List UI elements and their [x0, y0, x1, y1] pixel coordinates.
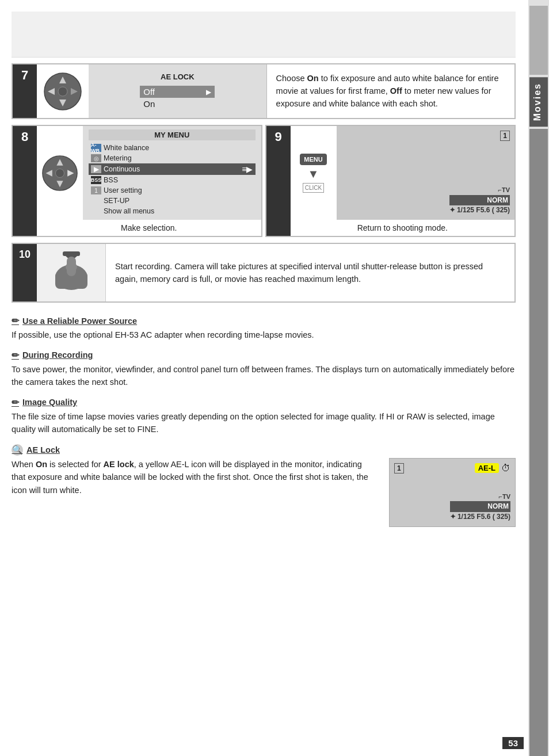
- ae-lock-screen: 1 AE-L ⏱ ⌐TV NORM ✦ 1/125 F5.6 ( 325): [389, 458, 516, 527]
- step-8-content: MY MENU A-WB White balance ◎ Metering ▶ …: [37, 126, 261, 220]
- menu-user-setting: 1 User setting: [89, 185, 256, 196]
- screen-top: 1: [341, 131, 510, 141]
- side-tab: Movies: [528, 0, 549, 756]
- page-number: 53: [502, 737, 524, 749]
- down-arrow-icon: ▼: [308, 167, 319, 181]
- screen-bottom: ⌐TV NORM ✦ 1/125 F5.6 ( 325): [341, 186, 510, 215]
- menu-continuous: ▶ Continuous ≡▶: [89, 163, 256, 175]
- menu-metering: ◎ Metering: [89, 153, 256, 163]
- step-8-nav-icon: [41, 154, 78, 193]
- side-tab-label: Movies: [529, 77, 548, 127]
- step-10-description: Start recording. Camera will take pictur…: [106, 244, 514, 301]
- show-all-icon: [91, 207, 101, 215]
- bss-icon: BSS: [91, 176, 101, 184]
- note-power: ✏ Use a Reliable Power Source If possibl…: [12, 315, 516, 341]
- step-10-section: 10 Start recording. Camera will take pic…: [12, 243, 516, 303]
- menu-bss: BSS BSS: [89, 175, 256, 185]
- step-7-nav: [37, 64, 89, 118]
- note-power-text: If possible, use the optional EH-53 AC a…: [12, 329, 516, 341]
- note-recording-heading: ✏ During Recording: [12, 350, 516, 361]
- ae-screen-info: ⌐TV NORM ✦ 1/125 F5.6 ( 325): [450, 492, 510, 522]
- menu-arrow-icon: ▶: [206, 88, 211, 96]
- side-tab-top: [529, 6, 548, 75]
- side-tab-bottom: [529, 129, 548, 756]
- svg-point-11: [55, 169, 64, 177]
- step-89-row: 8 MY MENU: [12, 125, 516, 237]
- note-aelock: 🔍 AE Lock When On is selected for AE loc…: [12, 444, 516, 527]
- ae-screen-bottom: ⌐TV NORM ✦ 1/125 F5.6 ( 325): [394, 492, 510, 522]
- menu-white-balance: A-WB White balance: [89, 143, 256, 153]
- step-7-section: 7 AE LOCK: [12, 63, 516, 119]
- ae-badge-group: AE-L ⏱: [475, 463, 510, 474]
- notes-section: ✏ Use a Reliable Power Source If possibl…: [12, 312, 516, 538]
- step-10-image: [37, 244, 106, 301]
- note-quality: ✏ Image Quality The file size of time la…: [12, 397, 516, 436]
- top-bar: [12, 12, 516, 58]
- setup-icon: [91, 197, 101, 205]
- svg-rect-12: [63, 251, 80, 256]
- note-recording: ✏ During Recording To save power, the mo…: [12, 350, 516, 389]
- note-power-icon: ✏: [12, 315, 19, 326]
- menu-button: MENU: [300, 154, 326, 165]
- step-8-menu: MY MENU A-WB White balance ◎ Metering ▶ …: [83, 126, 261, 220]
- step-8-nav: [37, 126, 83, 220]
- note-quality-text: The file size of time lapse movies varie…: [12, 410, 516, 436]
- my-menu-title: MY MENU: [89, 129, 256, 140]
- step-8-number: 8: [13, 126, 37, 236]
- step-7-menu: AE LOCK Off ▶ On: [89, 64, 267, 118]
- metering-icon: ◎: [91, 154, 101, 162]
- menu-off-item: Off ▶: [140, 86, 215, 98]
- menu-setup: SET-UP: [89, 196, 256, 206]
- step-8-caption: Make selection.: [37, 220, 261, 236]
- step-9-nav: MENU ▼ CLICK: [291, 126, 337, 220]
- step-9-caption: Return to shooting mode.: [291, 220, 515, 236]
- nav-cross-icon: [43, 72, 82, 111]
- step-10-number: 10: [13, 244, 37, 301]
- menu-show-all: Show all menus: [89, 206, 256, 216]
- step-9-screen: 1 ⌐TV NORM ✦ 1/125 F5.6 ( 325): [337, 126, 515, 220]
- ae-lock-section: When On is selected for AE lock, a yello…: [12, 458, 516, 527]
- main-content: 7 AE LOCK: [0, 0, 527, 550]
- ae-screen-frame: 1: [394, 463, 404, 474]
- ae-timer-icon: ⏱: [501, 463, 510, 474]
- screen-info: ⌐TV NORM ✦ 1/125 F5.6 ( 325): [449, 186, 510, 215]
- step-8-wrapper: MY MENU A-WB White balance ◎ Metering ▶ …: [37, 126, 261, 236]
- ae-screen-top: 1 AE-L ⏱: [394, 463, 510, 474]
- screen-frame-count: 1: [500, 131, 510, 141]
- step-9-section: 9 MENU ▼ CLICK 1: [265, 125, 516, 237]
- note-recording-text: To save power, the monitor, viewfinder, …: [12, 363, 516, 389]
- menu-on-item: On: [140, 98, 215, 110]
- note-aelock-icon: 🔍: [12, 444, 23, 456]
- continuous-submenu-icon: ≡▶: [242, 165, 253, 174]
- note-quality-heading: ✏ Image Quality: [12, 397, 516, 408]
- click-label: CLICK: [303, 183, 324, 193]
- note-quality-icon: ✏: [12, 397, 19, 408]
- ae-l-badge: AE-L: [475, 463, 499, 473]
- step-9-nav-elements: MENU ▼ CLICK: [300, 154, 326, 193]
- step-7-description: Choose On to fix exposure and auto white…: [267, 64, 514, 118]
- step-9-wrapper: MENU ▼ CLICK 1 ⌐TV NORM: [291, 126, 515, 236]
- ae-lock-title: AE LOCK: [161, 72, 195, 81]
- step-9-number: 9: [266, 126, 291, 236]
- wb-icon: A-WB: [91, 144, 101, 152]
- note-power-heading: ✏ Use a Reliable Power Source: [12, 315, 516, 326]
- step-8-section: 8 MY MENU: [12, 125, 262, 237]
- step-7-inner: AE LOCK Off ▶ On Choose On to fix exposu…: [37, 64, 514, 118]
- ae-lock-text: When On is selected for AE lock, a yello…: [12, 458, 378, 497]
- svg-point-5: [58, 87, 67, 96]
- step-9-content: MENU ▼ CLICK 1 ⌐TV NORM: [291, 126, 515, 220]
- user-setting-icon: 1: [91, 186, 101, 194]
- note-aelock-heading: 🔍 AE Lock: [12, 444, 516, 456]
- ae-screen-middle: [394, 474, 510, 492]
- continuous-icon: ▶: [91, 165, 101, 173]
- step-7-number: 7: [13, 64, 37, 118]
- shutter-illustration: [45, 249, 97, 297]
- note-recording-icon: ✏: [12, 350, 19, 361]
